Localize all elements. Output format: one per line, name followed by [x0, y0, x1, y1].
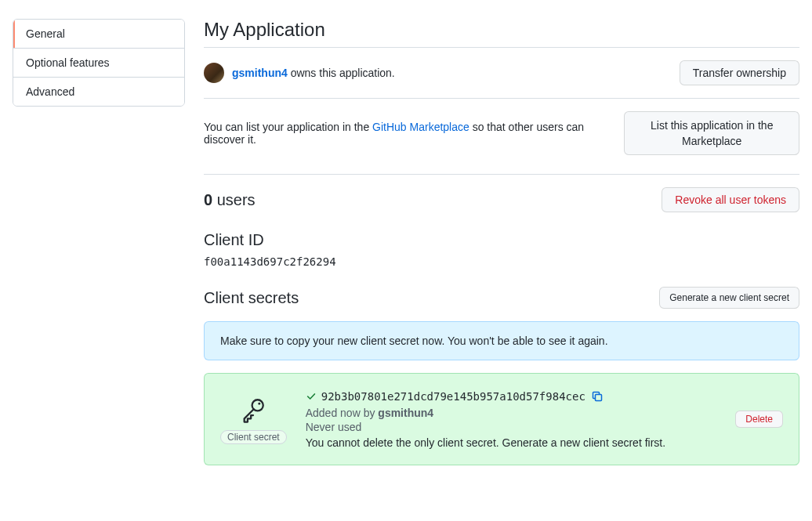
- flash-copy-secret: Make sure to copy your new client secret…: [204, 321, 799, 360]
- marketplace-text-before: You can list your application in the: [204, 121, 372, 133]
- marketplace-link[interactable]: GitHub Marketplace: [372, 121, 469, 133]
- owner-text: gsmithun4 owns this application.: [232, 67, 395, 79]
- check-icon: [306, 391, 317, 402]
- sidebar-menu: General Optional features Advanced: [13, 19, 185, 107]
- used-line: Never used: [306, 421, 717, 433]
- users-label: users: [212, 191, 255, 208]
- generate-secret-button[interactable]: Generate a new client secret: [659, 287, 799, 309]
- marketplace-text: You can list your application in the Git…: [204, 121, 608, 146]
- delete-note: You cannot delete the only client secret…: [306, 436, 717, 449]
- client-id-value: f00a1143d697c2f26294: [204, 255, 799, 268]
- secret-value: 92b3b07801e271dcd79e145b957a10d57f984cec: [321, 390, 585, 403]
- delete-secret-button[interactable]: Delete: [735, 411, 783, 428]
- sidebar: General Optional features Advanced: [13, 19, 185, 465]
- secret-icon-column: Client secret: [220, 394, 287, 444]
- client-id-heading: Client ID: [204, 231, 799, 249]
- owner-info: gsmithun4 owns this application.: [204, 63, 395, 83]
- sidebar-item-optional-features[interactable]: Optional features: [13, 49, 184, 78]
- owns-text: owns this application.: [288, 67, 395, 79]
- list-marketplace-button[interactable]: List this application in the Marketplace: [624, 111, 799, 155]
- client-secret-box: Client secret 92b3b07801e271dcd79e145b95…: [204, 373, 799, 465]
- main-content: My Application gsmithun4 owns this appli…: [204, 0, 799, 465]
- sidebar-item-advanced[interactable]: Advanced: [13, 78, 184, 106]
- secret-actions: Delete: [735, 411, 783, 428]
- svg-rect-2: [595, 395, 601, 401]
- client-secret-badge: Client secret: [220, 430, 287, 444]
- copy-secret-button[interactable]: [590, 389, 604, 403]
- svg-point-1: [259, 403, 261, 405]
- sidebar-item-general[interactable]: General: [13, 20, 184, 49]
- avatar: [204, 63, 224, 83]
- owner-link[interactable]: gsmithun4: [232, 67, 288, 79]
- owner-row: gsmithun4 owns this application. Transfe…: [204, 60, 799, 99]
- page-title: My Application: [204, 19, 799, 48]
- marketplace-row: You can list your application in the Git…: [204, 111, 799, 175]
- added-by-user: gsmithun4: [378, 407, 433, 419]
- secrets-header: Client secrets Generate a new client sec…: [204, 287, 799, 309]
- added-by-line: Added now by gsmithun4: [306, 407, 717, 419]
- users-row: 0 users Revoke all user tokens: [204, 187, 799, 212]
- client-secrets-heading: Client secrets: [204, 289, 299, 307]
- users-count: 0: [204, 191, 212, 208]
- secret-info: 92b3b07801e271dcd79e145b957a10d57f984cec…: [306, 389, 717, 449]
- transfer-ownership-button[interactable]: Transfer ownership: [680, 60, 799, 85]
- secret-value-row: 92b3b07801e271dcd79e145b957a10d57f984cec: [306, 389, 717, 403]
- added-prefix: Added now by: [306, 407, 379, 419]
- key-icon: [237, 394, 269, 425]
- users-heading: 0 users: [204, 191, 256, 209]
- revoke-tokens-button[interactable]: Revoke all user tokens: [662, 187, 799, 212]
